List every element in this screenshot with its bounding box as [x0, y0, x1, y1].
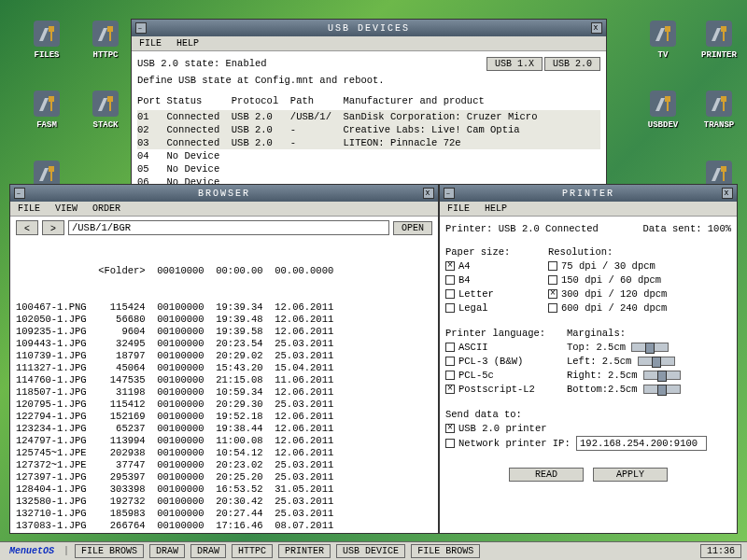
menu-help[interactable]: HELP: [176, 38, 199, 49]
checkbox-icon[interactable]: [445, 424, 455, 433]
menu-order[interactable]: ORDER: [92, 203, 120, 214]
checkbox-icon[interactable]: [445, 289, 455, 299]
margin-slider[interactable]: [638, 357, 675, 366]
file-row[interactable]: 127397-1.JPG 295397 00100000 20:25.20 25…: [16, 471, 432, 483]
ip-input[interactable]: [576, 436, 707, 451]
browser-titlebar[interactable]: – BROWSER X: [10, 185, 438, 202]
file-row[interactable]: 109443-1.JPG 32495 00100000 20:23.54 25.…: [16, 338, 432, 350]
res-option[interactable]: 600 dpi / 240 dpcm: [548, 301, 731, 315]
margin-slider[interactable]: [643, 385, 681, 394]
file-row[interactable]: 102050-1.JPG 56680 00100000 19:39.48 12.…: [16, 314, 432, 326]
menu-view[interactable]: VIEW: [55, 203, 78, 214]
checkbox-icon[interactable]: [445, 343, 455, 352]
desktop-icon-tv[interactable]: TV: [640, 19, 686, 65]
file-row[interactable]: 111327-1.JPG 45064 00100000 15:43.20 15.…: [16, 362, 432, 374]
close-button[interactable]: X: [591, 22, 602, 34]
checkbox-icon[interactable]: [548, 275, 557, 285]
desktop-icon-printer[interactable]: PRINTER: [696, 19, 742, 65]
checkbox-icon[interactable]: [445, 275, 455, 285]
res-option[interactable]: 300 dpi / 120 dpcm: [548, 287, 731, 301]
file-row[interactable]: 132580-1.JPG 192732 00100000 20:30.42 25…: [16, 496, 432, 508]
menu-file[interactable]: FILE: [139, 38, 162, 49]
checkbox-icon[interactable]: [548, 303, 557, 313]
nav-back-button[interactable]: <: [16, 220, 38, 235]
clock[interactable]: 11:36: [700, 544, 741, 558]
usb-titlebar[interactable]: – USB DEVICES X: [132, 20, 606, 36]
usb-row[interactable]: 05 No Device: [137, 162, 600, 175]
file-row[interactable]: 124797-1.JPG 113994 00100000 11:00.08 12…: [16, 435, 432, 447]
res-option[interactable]: 75 dpi / 30 dpcm: [548, 259, 731, 273]
taskbar-item[interactable]: USB DEVICE: [336, 544, 405, 558]
checkbox-icon[interactable]: [445, 371, 455, 380]
taskbar-item[interactable]: HTTPC: [232, 544, 273, 558]
path-input[interactable]: [68, 220, 389, 235]
paper-option[interactable]: A4: [445, 259, 548, 273]
desktop-icon-stack[interactable]: STACK: [82, 89, 129, 135]
send-option[interactable]: Network printer IP:: [445, 436, 731, 451]
checkbox-icon[interactable]: [445, 357, 455, 366]
desktop-icon-files[interactable]: FILES: [23, 19, 70, 65]
usb-row[interactable]: 01 Connected USB 2.0 /USB/1/ SanDisk Cor…: [137, 110, 600, 123]
nav-forward-button[interactable]: >: [42, 220, 64, 235]
minimize-button[interactable]: –: [135, 22, 147, 34]
checkbox-icon[interactable]: [445, 303, 455, 313]
usb-row[interactable]: 02 Connected USB 2.0 - Creative Labs: Li…: [137, 123, 600, 136]
checkbox-icon[interactable]: [445, 385, 455, 394]
file-row[interactable]: 109235-1.JPG 9604 00100000 19:39.58 12.0…: [16, 326, 432, 338]
file-row[interactable]: 110739-1.JPG 18797 00100000 20:29.02 25.…: [16, 350, 432, 362]
taskbar-item[interactable]: PRINTER: [278, 544, 331, 558]
paper-option[interactable]: Legal: [445, 301, 548, 315]
margin-slider[interactable]: [631, 343, 669, 352]
desktop-icon-transp[interactable]: TRANSP: [696, 89, 742, 135]
menu-file[interactable]: FILE: [18, 203, 40, 214]
file-row[interactable]: 132710-1.JPG 185983 00100000 20:27.44 25…: [16, 508, 432, 520]
file-row[interactable]: 125745~1.JPE 202938 00100000 10:54.12 12…: [16, 447, 432, 459]
read-button[interactable]: READ: [509, 468, 584, 482]
usb2-button[interactable]: USB 2.0: [544, 57, 600, 71]
usb-row[interactable]: 03 Connected USB 2.0 - LITEON: Pinnacle …: [137, 136, 600, 149]
folder-row[interactable]: <Folder> 00010000 00:00.00 00.00.0000: [16, 265, 432, 277]
checkbox-icon[interactable]: [548, 289, 557, 299]
file-row[interactable]: 118507-1.JPG 31198 00100000 10:59.34 12.…: [16, 386, 432, 399]
send-option[interactable]: USB 2.0 printer: [445, 422, 731, 436]
minimize-button[interactable]: –: [444, 188, 455, 199]
checkbox-icon[interactable]: [548, 261, 557, 271]
file-row[interactable]: 120795-1.JPG 115412 00100000 20:29.30 25…: [16, 399, 432, 411]
lang-option[interactable]: Postscript-L2: [445, 383, 567, 397]
lang-option[interactable]: PCL-3 (B&W): [445, 355, 567, 369]
file-row[interactable]: 123234-1.JPG 65237 00100000 19:38.44 12.…: [16, 423, 432, 435]
checkbox-icon[interactable]: [445, 439, 455, 448]
paper-option[interactable]: Letter: [445, 287, 548, 301]
lang-option[interactable]: ASCII: [445, 341, 567, 355]
paper-option[interactable]: B4: [445, 273, 548, 287]
menu-help[interactable]: HELP: [485, 203, 507, 214]
file-row[interactable]: 100467-1.PNG 115424 00100000 19:39.34 12…: [16, 301, 432, 314]
menu-file[interactable]: FILE: [447, 203, 470, 214]
open-button[interactable]: OPEN: [393, 221, 432, 235]
apply-button[interactable]: APPLY: [593, 468, 668, 482]
taskbar-item[interactable]: FILE BROWS: [411, 544, 480, 558]
file-row[interactable]: 137131-1.JPG 171441 00100000 18:15.46 31…: [16, 532, 432, 533]
desktop-icon-httpc[interactable]: HTTPC: [82, 19, 129, 65]
margin-slider[interactable]: [643, 371, 681, 380]
desktop-icon-fasm[interactable]: FASM: [23, 89, 70, 135]
file-row[interactable]: 122794-1.JPG 152169 00100000 19:52.18 12…: [16, 411, 432, 423]
minimize-button[interactable]: –: [14, 188, 25, 199]
file-row[interactable]: 114760-1.JPG 147535 00100000 21:15.08 11…: [16, 374, 432, 386]
file-row[interactable]: 137083-1.JPG 266764 00100000 17:16.46 08…: [16, 520, 432, 532]
taskbar-item[interactable]: FILE BROWS: [75, 544, 144, 558]
desktop-icon-usbdev[interactable]: USBDEV: [640, 89, 686, 135]
start-button[interactable]: MenuetOS: [6, 545, 58, 557]
checkbox-icon[interactable]: [445, 261, 455, 271]
lang-option[interactable]: PCL-5c: [445, 369, 567, 383]
usb-row[interactable]: 04 No Device: [137, 149, 600, 162]
taskbar-item[interactable]: DRAW: [149, 544, 185, 558]
res-option[interactable]: 150 dpi / 60 dpcm: [548, 273, 731, 287]
file-row[interactable]: 128404-1.JPG 303398 00100000 16:53.52 31…: [16, 483, 432, 496]
usb1x-button[interactable]: USB 1.X: [486, 57, 543, 71]
printer-titlebar[interactable]: – PRINTER X: [440, 185, 737, 202]
close-button[interactable]: X: [722, 188, 733, 199]
close-button[interactable]: X: [423, 188, 434, 199]
taskbar-item[interactable]: DRAW: [190, 544, 226, 558]
file-row[interactable]: 127372~1.JPE 37747 00100000 20:23.02 25.…: [16, 459, 432, 471]
